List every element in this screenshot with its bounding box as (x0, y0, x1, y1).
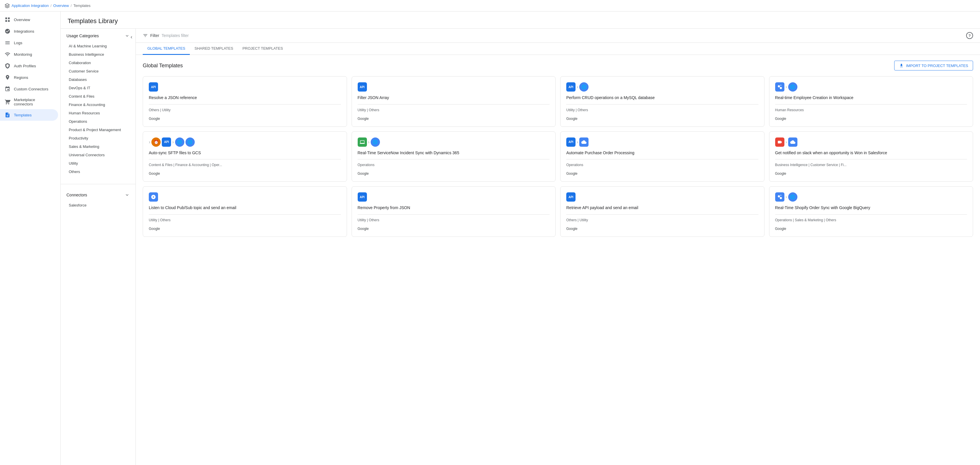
sidebar-item-integrations[interactable]: Integrations (0, 25, 58, 37)
filter-placeholder[interactable]: Templates filter (162, 33, 189, 38)
card-divider (149, 104, 341, 105)
card-title: Remove Property from JSON (358, 205, 550, 211)
breadcrumb-sep2: / (70, 3, 72, 8)
tab-project-templates[interactable]: PROJECT TEMPLATES (238, 43, 288, 55)
usage-categories-label: Usage Categories (67, 33, 99, 38)
card-divider (775, 104, 967, 105)
card-meta: Human Resources (775, 108, 967, 112)
card-divider (566, 104, 759, 105)
template-card[interactable]: ›🌐 Real-Time ServiceNow Incident Sync wi… (352, 132, 556, 182)
sidebar-item-templates[interactable]: Templates (0, 109, 58, 121)
connectors-icon (5, 86, 10, 92)
card-icons: API (358, 192, 550, 202)
page-title: Templates Library (68, 17, 973, 25)
category-item[interactable]: Business Intelligence (67, 50, 130, 59)
category-item[interactable]: Human Resources (67, 109, 130, 117)
card-meta: Operations (358, 163, 550, 167)
template-card[interactable]: Listen to Cloud Pub/Sub topic and send a… (143, 186, 347, 237)
card-divider (358, 104, 550, 105)
sidebar-item-marketplace[interactable]: Marketplace connectors (0, 95, 58, 109)
category-item[interactable]: DevOps & IT (67, 84, 130, 92)
cloud-icon (788, 138, 797, 147)
sidebar-item-overview[interactable]: Overview (0, 14, 58, 25)
breadcrumb-page2: Templates (73, 3, 91, 8)
cards-grid: API Resolve a JSON reference Others | Ut… (143, 76, 973, 237)
card-icons: API›🌐 (566, 82, 759, 92)
connectors-header[interactable]: Connectors (67, 192, 130, 198)
sidebar-item-regions[interactable]: Regions (0, 71, 58, 83)
card-icons: API (358, 82, 550, 92)
arrow-icon: › (368, 140, 369, 145)
import-to-project-button[interactable]: IMPORT TO PROJECT TEMPLATES (894, 61, 973, 70)
category-item[interactable]: Customer Service (67, 67, 130, 75)
card-provider: Google (149, 171, 341, 176)
breadcrumb-app[interactable]: Application Integration (11, 3, 49, 8)
card-icons: ›🌐 (358, 138, 550, 147)
template-card[interactable]: API› Automate Purchase Order Processing … (560, 132, 764, 182)
connectors-label: Connectors (67, 193, 87, 197)
card-title: Real-time Employee Creation in Workspace (775, 95, 967, 101)
arrow-icon: › (577, 140, 578, 145)
card-meta: Utility | Others (358, 218, 550, 222)
template-card[interactable]: API Resolve a JSON reference Others | Ut… (143, 76, 347, 127)
integrations-icon (5, 28, 10, 34)
template-card[interactable]: › Get notified on slack when an opportun… (769, 132, 974, 182)
sidebar-collapse-button[interactable] (127, 33, 135, 41)
sidebar-item-logs[interactable]: Logs (0, 37, 58, 49)
sidebar-item-monitoring[interactable]: Monitoring (0, 49, 58, 60)
category-item[interactable]: Universal Connectors (67, 151, 130, 159)
category-item[interactable]: Product & Project Management (67, 125, 130, 134)
template-card[interactable]: API›🌐 Perform CRUD operations on a MySQL… (560, 76, 764, 127)
card-icons: › (775, 138, 967, 147)
category-item[interactable]: Operations (67, 117, 130, 125)
breadcrumb-page1[interactable]: Overview (53, 3, 69, 8)
category-item[interactable]: Sales & Marketing (67, 142, 130, 151)
usage-categories-header[interactable]: Usage Categories (67, 33, 130, 38)
card-meta: Utility | Others (149, 218, 341, 222)
card-provider: Google (566, 117, 759, 121)
template-card[interactable]: ›🌐 Real-Time Shopify Order Sync with Goo… (769, 186, 974, 237)
filter-label: Filter (150, 33, 159, 38)
card-provider: Google (775, 227, 967, 231)
arrow-icon: › (149, 140, 150, 145)
nav-item-label-regions: Regions (14, 75, 28, 80)
sidebar-item-connectors[interactable]: Custom Connectors (0, 83, 58, 95)
category-item[interactable]: Databases (67, 75, 130, 84)
template-card[interactable]: API Filter JSON Array Utility | Others G… (352, 76, 556, 127)
template-card[interactable]: API Retrieve API payload and send an ema… (560, 186, 764, 237)
sidebar-item-auth[interactable]: Auth Profiles (0, 60, 58, 71)
templates-section-title: Global Templates (143, 63, 183, 69)
help-button[interactable]: ? (966, 32, 973, 39)
connectors-section: Connectors Salesforce (60, 188, 135, 214)
content-area: Usage Categories AI & Machine LearningBu… (60, 29, 980, 465)
api-icon: API (162, 138, 171, 147)
template-card[interactable]: ›⏰API›🌐🌐 Auto-sync SFTP files to GCS Con… (143, 132, 347, 182)
category-item[interactable]: Productivity (67, 134, 130, 142)
card-meta: Utility | Others (358, 108, 550, 112)
category-item[interactable]: Others (67, 168, 130, 176)
cloud-icon (579, 138, 589, 147)
category-item[interactable]: Finance & Accounting (67, 100, 130, 109)
category-item[interactable]: AI & Machine Learning (67, 42, 130, 50)
import-btn-label: IMPORT TO PROJECT TEMPLATES (906, 63, 968, 68)
templates-icon (5, 112, 10, 118)
svg-rect-0 (5, 17, 7, 19)
tab-shared-templates[interactable]: SHARED TEMPLATES (190, 43, 238, 55)
tab-global-templates[interactable]: GLOBAL TEMPLATES (143, 43, 190, 55)
category-item[interactable]: Collaboration (67, 59, 130, 67)
category-item[interactable]: Content & Files (67, 92, 130, 100)
category-item[interactable]: Utility (67, 159, 130, 168)
template-card[interactable]: API Remove Property from JSON Utility | … (352, 186, 556, 237)
svg-rect-2 (5, 20, 7, 22)
filter-sidebar: Usage Categories AI & Machine LearningBu… (60, 29, 136, 465)
card-icons: ›⏰API›🌐🌐 (149, 138, 341, 147)
template-card[interactable]: ›🌐 Real-time Employee Creation in Worksp… (769, 76, 974, 127)
card-provider: Google (566, 227, 759, 231)
nav-item-label-integrations: Integrations (14, 29, 34, 33)
card-icons: ›🌐 (775, 82, 967, 92)
overview-icon (5, 17, 10, 22)
clock-icon: ⏰ (151, 138, 161, 147)
api-icon: API (358, 82, 367, 92)
usage-categories-section: Usage Categories AI & Machine LearningBu… (60, 29, 135, 181)
connector-item[interactable]: Salesforce (67, 201, 130, 209)
